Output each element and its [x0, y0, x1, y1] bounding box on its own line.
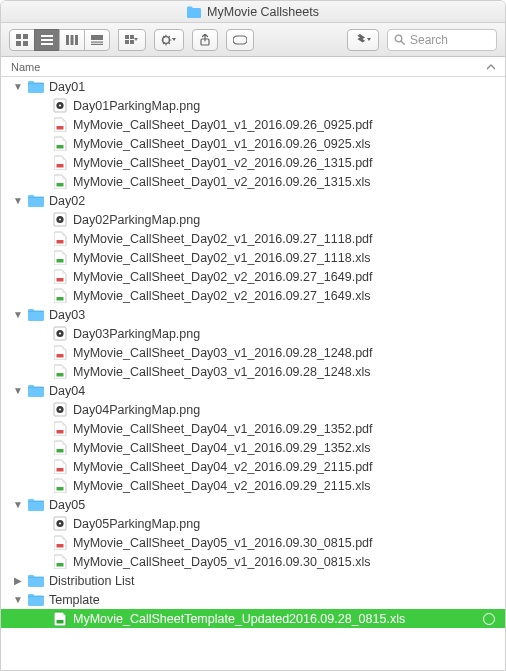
- item-name: MyMovie_CallSheet_Day03_v1_2016.09.28_12…: [73, 346, 373, 360]
- disclosure-triangle-icon[interactable]: ▼: [13, 81, 23, 92]
- item-name: Day05: [49, 498, 85, 512]
- svg-rect-44: [56, 449, 63, 452]
- item-name: MyMovie_CallSheetTemplate_Updated2016.09…: [73, 612, 405, 626]
- svg-rect-50: [56, 544, 63, 547]
- item-name: Day03ParkingMap.png: [73, 327, 200, 341]
- view-list-button[interactable]: [34, 29, 60, 51]
- pdf-icon: [52, 460, 68, 474]
- item-name: Day01ParkingMap.png: [73, 99, 200, 113]
- xls-icon: [52, 612, 68, 626]
- disclosure-triangle-icon[interactable]: ▼: [13, 499, 23, 510]
- pdf-icon: [52, 270, 68, 284]
- file-row[interactable]: ▶MyMovie_CallSheet_Day04_v2_2016.09.29_2…: [1, 476, 505, 495]
- sort-chevron-icon: [487, 61, 495, 72]
- file-row[interactable]: ▶MyMovie_CallSheet_Day01_v1_2016.09.26_0…: [1, 115, 505, 134]
- item-name: MyMovie_CallSheet_Day01_v2_2016.09.26_13…: [73, 175, 370, 189]
- file-row[interactable]: ▶MyMovie_CallSheetTemplate_Updated2016.0…: [1, 609, 505, 628]
- item-name: Distribution List: [49, 574, 134, 588]
- file-row[interactable]: ▶MyMovie_CallSheet_Day05_v1_2016.09.30_0…: [1, 552, 505, 571]
- share-button[interactable]: [192, 29, 218, 51]
- folder-row[interactable]: ▼Day05: [1, 495, 505, 514]
- file-row[interactable]: ▶Day03ParkingMap.png: [1, 324, 505, 343]
- item-name: MyMovie_CallSheet_Day05_v1_2016.09.30_08…: [73, 555, 370, 569]
- item-name: Day02: [49, 194, 85, 208]
- folder-icon: [28, 384, 44, 398]
- item-name: MyMovie_CallSheet_Day04_v2_2016.09.29_21…: [73, 479, 370, 493]
- view-icon-button[interactable]: [9, 29, 35, 51]
- pdf-icon: [52, 536, 68, 550]
- disclosure-triangle-icon[interactable]: ▼: [13, 594, 23, 605]
- item-name: Day04ParkingMap.png: [73, 403, 200, 417]
- svg-rect-14: [130, 35, 134, 39]
- view-coverflow-button[interactable]: [84, 29, 110, 51]
- svg-rect-24: [56, 126, 63, 129]
- xls-icon: [52, 137, 68, 151]
- pdf-icon: [52, 118, 68, 132]
- svg-rect-27: [56, 183, 63, 186]
- svg-rect-34: [56, 297, 63, 300]
- dropbox-button[interactable]: [347, 29, 379, 51]
- item-name: Day03: [49, 308, 85, 322]
- file-row[interactable]: ▶MyMovie_CallSheet_Day03_v1_2016.09.28_1…: [1, 343, 505, 362]
- disclosure-triangle-icon[interactable]: ▶: [13, 575, 23, 586]
- arrange-button[interactable]: [118, 29, 146, 51]
- svg-rect-31: [56, 240, 63, 243]
- file-row[interactable]: ▶MyMovie_CallSheet_Day05_v1_2016.09.30_0…: [1, 533, 505, 552]
- folder-row[interactable]: ▼Day03: [1, 305, 505, 324]
- folder-row[interactable]: ▼Day04: [1, 381, 505, 400]
- png-icon: [52, 403, 68, 417]
- svg-rect-38: [56, 354, 63, 357]
- file-row[interactable]: ▶Day04ParkingMap.png: [1, 400, 505, 419]
- folder-row[interactable]: ▼Day01: [1, 77, 505, 96]
- folder-row[interactable]: ▶Distribution List: [1, 571, 505, 590]
- file-row[interactable]: ▶MyMovie_CallSheet_Day01_v2_2016.09.26_1…: [1, 172, 505, 191]
- file-list[interactable]: ▼Day01▶Day01ParkingMap.png▶MyMovie_CallS…: [1, 77, 505, 670]
- action-button[interactable]: [154, 29, 184, 51]
- png-icon: [52, 517, 68, 531]
- file-row[interactable]: ▶MyMovie_CallSheet_Day01_v2_2016.09.26_1…: [1, 153, 505, 172]
- disclosure-triangle-icon[interactable]: ▼: [13, 385, 23, 396]
- folder-icon: [28, 308, 44, 322]
- svg-rect-51: [56, 563, 63, 566]
- titlebar: MyMovie Callsheets: [1, 1, 505, 23]
- item-name: MyMovie_CallSheet_Day04_v2_2016.09.29_21…: [73, 460, 373, 474]
- window-title: MyMovie Callsheets: [207, 5, 319, 19]
- file-row[interactable]: ▶MyMovie_CallSheet_Day01_v1_2016.09.26_0…: [1, 134, 505, 153]
- disclosure-triangle-icon[interactable]: ▼: [13, 309, 23, 320]
- svg-rect-16: [130, 40, 134, 44]
- view-mode-group: [9, 29, 110, 51]
- toolbar: Search: [1, 23, 505, 57]
- column-header[interactable]: Name: [1, 57, 505, 77]
- folder-row[interactable]: ▼Template: [1, 590, 505, 609]
- file-row[interactable]: ▶Day02ParkingMap.png: [1, 210, 505, 229]
- xls-icon: [52, 479, 68, 493]
- svg-rect-7: [66, 35, 69, 45]
- svg-point-23: [59, 104, 61, 106]
- file-row[interactable]: ▶MyMovie_CallSheet_Day02_v2_2016.09.27_1…: [1, 286, 505, 305]
- search-input[interactable]: Search: [387, 29, 497, 51]
- svg-rect-32: [56, 259, 63, 262]
- file-row[interactable]: ▶MyMovie_CallSheet_Day03_v1_2016.09.28_1…: [1, 362, 505, 381]
- item-name: MyMovie_CallSheet_Day02_v2_2016.09.27_16…: [73, 289, 370, 303]
- svg-point-30: [59, 218, 61, 220]
- file-row[interactable]: ▶MyMovie_CallSheet_Day04_v1_2016.09.29_1…: [1, 438, 505, 457]
- file-row[interactable]: ▶MyMovie_CallSheet_Day02_v1_2016.09.27_1…: [1, 248, 505, 267]
- svg-rect-2: [16, 41, 21, 46]
- tags-button[interactable]: [226, 29, 254, 51]
- file-row[interactable]: ▶MyMovie_CallSheet_Day04_v2_2016.09.29_2…: [1, 457, 505, 476]
- xls-icon: [52, 441, 68, 455]
- file-row[interactable]: ▶MyMovie_CallSheet_Day04_v1_2016.09.29_1…: [1, 419, 505, 438]
- disclosure-triangle-icon[interactable]: ▼: [13, 195, 23, 206]
- view-columns-button[interactable]: [59, 29, 85, 51]
- file-row[interactable]: ▶MyMovie_CallSheet_Day02_v2_2016.09.27_1…: [1, 267, 505, 286]
- svg-rect-9: [75, 35, 78, 45]
- svg-rect-15: [125, 40, 129, 44]
- png-icon: [52, 99, 68, 113]
- folder-row[interactable]: ▼Day02: [1, 191, 505, 210]
- file-row[interactable]: ▶Day05ParkingMap.png: [1, 514, 505, 533]
- file-row[interactable]: ▶MyMovie_CallSheet_Day02_v1_2016.09.27_1…: [1, 229, 505, 248]
- item-name: Day05ParkingMap.png: [73, 517, 200, 531]
- sync-status-icon: [483, 613, 495, 625]
- svg-point-37: [59, 332, 61, 334]
- file-row[interactable]: ▶Day01ParkingMap.png: [1, 96, 505, 115]
